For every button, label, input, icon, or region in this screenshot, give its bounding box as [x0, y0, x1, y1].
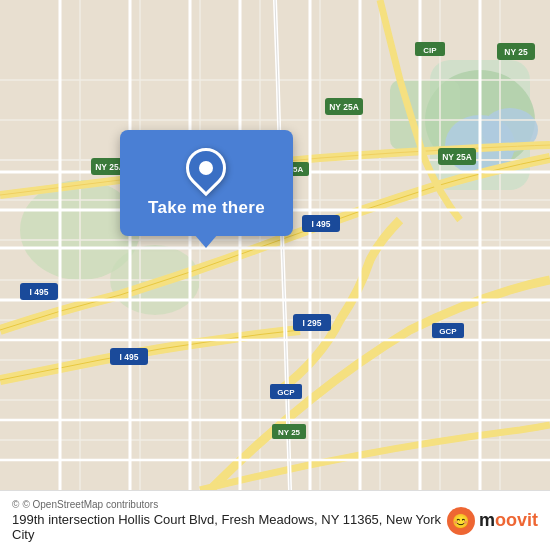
address-line1: 199th intersection Hollis Court Blvd, Fr…: [12, 512, 318, 527]
popup-container[interactable]: Take me there: [120, 130, 293, 236]
svg-text:I 495: I 495: [312, 219, 331, 229]
location-pin-icon: [178, 140, 235, 197]
svg-text:I 295: I 295: [303, 318, 322, 328]
svg-text:NY 25A: NY 25A: [329, 102, 359, 112]
osm-credit-text: © OpenStreetMap contributors: [22, 499, 158, 510]
take-me-there-button[interactable]: Take me there: [148, 198, 265, 218]
moovit-logo: 😊 moovit: [447, 507, 538, 535]
moovit-icon: 😊: [447, 507, 475, 535]
svg-text:GCP: GCP: [439, 327, 457, 336]
pin-inner: [199, 161, 213, 175]
svg-text:I 495: I 495: [30, 287, 49, 297]
svg-text:NY 25: NY 25: [504, 47, 528, 57]
map-svg: NY 25A NY 25A NY 25A 25A I 495 I 495 I 4…: [0, 0, 550, 490]
bottom-info: © © OpenStreetMap contributors 199th int…: [12, 499, 447, 542]
copyright-symbol: ©: [12, 499, 19, 510]
svg-text:CIP: CIP: [423, 46, 437, 55]
svg-text:GCP: GCP: [277, 388, 295, 397]
svg-text:I 495: I 495: [120, 352, 139, 362]
osm-credit: © © OpenStreetMap contributors: [12, 499, 447, 510]
svg-text:NY 25A: NY 25A: [442, 152, 472, 162]
address-text: 199th intersection Hollis Court Blvd, Fr…: [12, 512, 447, 542]
map-container: NY 25A NY 25A NY 25A 25A I 495 I 495 I 4…: [0, 0, 550, 490]
svg-text:NY 25: NY 25: [278, 428, 301, 437]
popup-bubble[interactable]: Take me there: [120, 130, 293, 236]
moovit-icon-symbol: 😊: [452, 513, 469, 529]
bottom-bar: © © OpenStreetMap contributors 199th int…: [0, 490, 550, 550]
moovit-text: moovit: [479, 510, 538, 531]
